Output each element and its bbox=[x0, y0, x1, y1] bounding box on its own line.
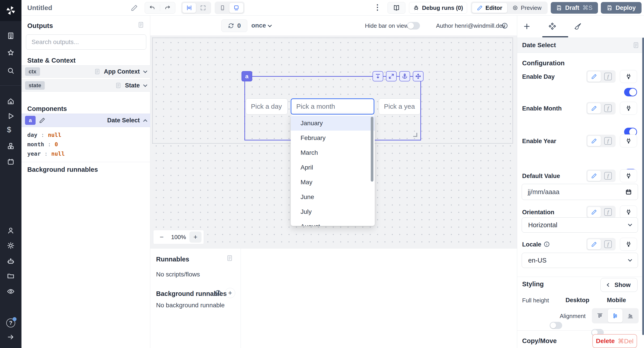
default-value-connect-button[interactable] bbox=[620, 169, 637, 182]
desktop-view-button[interactable] bbox=[229, 3, 244, 13]
settings-scrollbar[interactable] bbox=[642, 38, 644, 335]
favorites-icon[interactable] bbox=[7, 49, 14, 56]
schedules-icon[interactable] bbox=[7, 158, 14, 166]
home-icon[interactable] bbox=[7, 98, 14, 105]
mobile-view-button[interactable] bbox=[216, 3, 229, 13]
resize-handle[interactable] bbox=[413, 133, 417, 137]
zoom-out-button[interactable]: − bbox=[156, 232, 168, 243]
dropdown-option[interactable]: May bbox=[291, 175, 375, 190]
static-mode-pencil-button[interactable] bbox=[587, 136, 601, 146]
dropdown-option[interactable]: January bbox=[291, 116, 375, 130]
enable-day-connect-button[interactable] bbox=[620, 70, 637, 83]
folders-icon[interactable] bbox=[7, 272, 14, 280]
function-mode-button[interactable]: f bbox=[604, 172, 612, 180]
orientation-select[interactable]: Horizontal bbox=[522, 218, 638, 232]
delete-component-button[interactable]: Delete ⌘Del bbox=[592, 334, 637, 348]
fit-height-button[interactable] bbox=[372, 71, 383, 82]
app-canvas[interactable]: a January February March April May June … bbox=[150, 36, 517, 248]
editor-tab[interactable]: Editor bbox=[472, 3, 507, 13]
expand-component-button[interactable] bbox=[386, 71, 397, 82]
align-bottom-button[interactable] bbox=[623, 309, 638, 322]
locale-connect-button[interactable] bbox=[620, 238, 637, 251]
deploy-button[interactable]: Deploy bbox=[601, 2, 642, 14]
zoom-in-button[interactable]: + bbox=[190, 232, 202, 243]
dropdown-option[interactable]: March bbox=[291, 145, 375, 160]
refresh-count-button[interactable]: 0 bbox=[222, 20, 247, 32]
enable-year-connect-button[interactable] bbox=[620, 134, 637, 148]
chevron-up-icon[interactable] bbox=[143, 119, 147, 123]
workers-icon[interactable] bbox=[7, 258, 14, 265]
windmill-logo[interactable] bbox=[0, 0, 22, 21]
chevron-down-icon[interactable] bbox=[143, 83, 147, 87]
draft-button[interactable]: Draft ⌘S bbox=[551, 2, 598, 14]
enable-month-connect-button[interactable] bbox=[620, 102, 637, 115]
tab-component-settings[interactable] bbox=[544, 16, 560, 37]
runnables-doc-icon[interactable] bbox=[226, 255, 233, 262]
default-value-date-input[interactable]: jj/mm/aaaa bbox=[522, 184, 638, 200]
users-icon[interactable] bbox=[7, 227, 14, 234]
docs-button[interactable] bbox=[388, 2, 406, 14]
dropdown-scrollbar[interactable] bbox=[371, 117, 374, 182]
dropdown-option[interactable]: June bbox=[291, 190, 375, 204]
anchor-button[interactable] bbox=[399, 71, 410, 82]
month-input[interactable] bbox=[291, 98, 374, 114]
info-icon[interactable] bbox=[215, 290, 222, 296]
locale-select[interactable]: en-US bbox=[522, 253, 638, 268]
audit-eye-icon[interactable] bbox=[7, 288, 14, 295]
function-mode-button[interactable]: f bbox=[604, 104, 612, 112]
align-top-button[interactable] bbox=[592, 309, 607, 322]
workspace-icon[interactable] bbox=[7, 32, 14, 40]
calendar-icon[interactable] bbox=[625, 188, 632, 195]
full-height-toggle[interactable] bbox=[550, 322, 562, 329]
settings-icon[interactable] bbox=[7, 242, 14, 249]
info-icon[interactable] bbox=[501, 22, 508, 29]
variables-icon[interactable]: $ bbox=[7, 125, 14, 133]
state-doc-icon[interactable] bbox=[115, 82, 122, 88]
move-component-button[interactable] bbox=[413, 71, 424, 82]
static-mode-pencil-button[interactable] bbox=[587, 170, 601, 181]
dropdown-option[interactable]: July bbox=[291, 204, 375, 219]
orientation-connect-button[interactable] bbox=[620, 206, 637, 218]
static-mode-pencil-button[interactable] bbox=[587, 103, 601, 114]
help-button[interactable]: ? bbox=[6, 318, 15, 328]
expand-rail-icon[interactable] bbox=[7, 333, 14, 341]
enable-day-toggle[interactable] bbox=[624, 88, 637, 96]
undo-button[interactable] bbox=[145, 5, 160, 11]
rename-pencil-icon[interactable] bbox=[39, 117, 46, 124]
fullscreen-layout-button[interactable] bbox=[196, 3, 210, 13]
chevron-down-icon[interactable] bbox=[143, 69, 147, 73]
dropdown-option[interactable]: February bbox=[291, 130, 375, 145]
preview-tab[interactable]: Preview bbox=[507, 3, 546, 13]
static-mode-pencil-button[interactable] bbox=[587, 207, 601, 218]
search-outputs-input[interactable] bbox=[26, 34, 146, 50]
more-menu-button[interactable]: ⋮ bbox=[374, 3, 381, 12]
outputs-doc-icon[interactable] bbox=[138, 22, 144, 28]
center-layout-button[interactable] bbox=[182, 3, 196, 13]
run-mode-select[interactable]: once bbox=[251, 22, 266, 29]
ctx-doc-icon[interactable] bbox=[94, 68, 100, 75]
dropdown-option[interactable]: August bbox=[291, 219, 375, 226]
function-mode-button[interactable]: f bbox=[604, 208, 612, 216]
function-mode-button[interactable]: f bbox=[604, 137, 612, 145]
state-row[interactable]: state State bbox=[22, 79, 150, 92]
info-icon[interactable] bbox=[544, 241, 550, 247]
debug-runs-button[interactable]: Debug runs (0) bbox=[409, 2, 467, 14]
align-center-button[interactable] bbox=[608, 309, 622, 322]
year-input[interactable] bbox=[379, 98, 420, 114]
dropdown-option[interactable]: April bbox=[291, 160, 375, 175]
show-styling-button[interactable]: Show bbox=[600, 278, 638, 292]
hide-bar-toggle[interactable] bbox=[407, 22, 420, 30]
static-mode-pencil-button[interactable] bbox=[587, 239, 601, 250]
component-a-row[interactable]: a Date Select bbox=[22, 114, 150, 127]
day-input[interactable] bbox=[246, 98, 288, 114]
settings-doc-icon[interactable] bbox=[632, 42, 639, 48]
ctx-row[interactable]: ctx App Context bbox=[22, 65, 150, 78]
redo-button[interactable] bbox=[160, 5, 175, 11]
chevron-down-icon[interactable] bbox=[268, 23, 272, 27]
component-badge[interactable]: a bbox=[242, 71, 252, 82]
runs-icon[interactable] bbox=[7, 112, 14, 120]
search-icon[interactable] bbox=[7, 67, 14, 74]
app-title[interactable]: Untitled bbox=[27, 4, 52, 12]
tab-styling[interactable] bbox=[570, 16, 586, 37]
add-background-runnable-button[interactable]: + bbox=[225, 288, 235, 298]
